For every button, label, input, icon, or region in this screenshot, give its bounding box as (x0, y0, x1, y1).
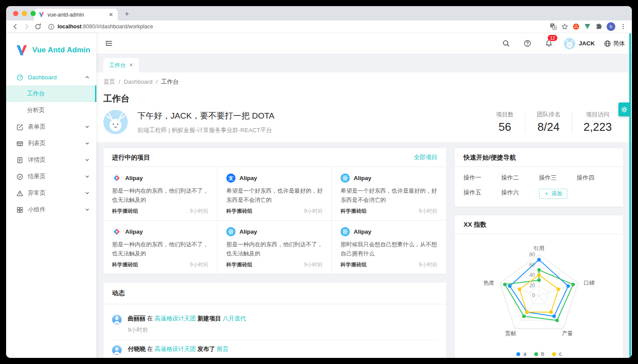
project-description: 那时候我只会想自己想要什么，从不想自己拥有什么 (341, 240, 437, 258)
project-card-cell[interactable]: Alipay 那是一种内在的东西，他们到达不了，也无法触及的 科学搬砖组 9小时… (103, 221, 218, 274)
project-card-cell[interactable]: Alipay 那时候我只会想自己想要什么，从不想自己拥有什么 科学搬砖组 9小时… (332, 221, 446, 274)
page-tab-close-icon[interactable]: ✕ (129, 62, 133, 68)
project-name[interactable]: Alipay (125, 175, 143, 181)
project-card-cell[interactable]: Alipay 那是一种内在的东西，他们到达不了，也无法触及的 科学搬砖组 9小时… (218, 221, 332, 274)
translate-icon[interactable]: 文A (550, 23, 557, 30)
vue-favicon-icon (38, 12, 44, 17)
feed-segment-link[interactable]: 留言 (217, 346, 229, 352)
feed-segment: 在 (146, 315, 155, 322)
quick-nav-link[interactable]: 操作二 (502, 174, 539, 182)
project-group-link[interactable]: 科学搬砖组 (341, 208, 419, 215)
puzzle-extension-icon[interactable] (595, 23, 602, 30)
back-icon[interactable] (10, 21, 21, 32)
svg-text:40: 40 (529, 272, 536, 278)
maximize-window-button[interactable] (31, 11, 36, 16)
project-card-cell[interactable]: 支 Alipay 希望是一个好东西，也许是最好的，好东西是不会消亡的 科学搬砖组… (218, 167, 332, 221)
quick-nav-link[interactable]: 操作三 (539, 174, 577, 182)
sidebar-collapse-icon[interactable] (102, 37, 115, 50)
close-window-button[interactable] (13, 11, 18, 16)
minimize-window-button[interactable] (22, 11, 27, 16)
project-name[interactable]: Alipay (354, 228, 372, 235)
sidebar-item-小组件[interactable]: 小组件 (6, 201, 96, 218)
page-scrollbar[interactable] (629, 33, 631, 358)
sidebar-item-分析页[interactable]: 分析页 (6, 102, 96, 119)
project-name[interactable]: Alipay (354, 175, 372, 181)
feed-segment-link[interactable]: 八月迭代 (223, 315, 246, 322)
quick-nav-link[interactable]: 操作一 (464, 174, 502, 182)
breadcrumb-item[interactable]: 首页 (103, 78, 115, 85)
chevron-down-icon (85, 141, 89, 146)
help-icon[interactable] (521, 37, 533, 50)
quick-nav-link[interactable]: 操作六 (502, 189, 539, 199)
projects-grid: Alipay 那是一种内在的东西，他们到达不了，也无法触及的 科学搬砖组 9小时… (103, 167, 446, 274)
sidebar-item-结果页[interactable]: 结果页 (6, 168, 96, 185)
legend-dot (552, 352, 556, 356)
sidebar-item-详情页[interactable]: 详情页 (6, 152, 96, 168)
profile-icon (17, 157, 24, 163)
user-menu[interactable]: JACK (564, 38, 595, 49)
legend-label: c (559, 351, 562, 357)
project-card-cell[interactable]: Alipay 那是一种内在的东西，他们到达不了，也无法触及的 科学搬砖组 9小时… (103, 167, 218, 221)
svg-text:引用: 引用 (534, 245, 545, 252)
notification-bell-icon[interactable]: 12 (542, 37, 555, 50)
project-card-cell[interactable]: Alipay 希望是一个好东西，也许是最好的，好东西是不会消亡的 科学搬砖组 9… (332, 167, 446, 221)
svg-text:贡献: 贡献 (505, 330, 516, 337)
legend-dot (516, 352, 520, 356)
project-group-link[interactable]: 科学搬砖组 (112, 208, 190, 215)
project-name[interactable]: Alipay (239, 228, 257, 235)
vue-devtools-icon[interactable] (584, 24, 591, 30)
sidebar-item-列表页[interactable]: 列表页 (6, 135, 96, 152)
project-group-link[interactable]: 科学搬砖组 (226, 261, 304, 269)
browser-tab[interactable]: vue-antd-admin ✕ (34, 9, 118, 20)
page-tabs-bar: 工作台 ✕ (103, 54, 623, 72)
project-group-link[interactable]: 科学搬砖组 (341, 261, 419, 269)
project-group-link[interactable]: 科学搬砖组 (226, 208, 304, 215)
sidebar-item-label: 异常页 (28, 189, 85, 197)
legend-item-b[interactable]: b (534, 351, 544, 357)
extension-orange-icon[interactable] (573, 23, 580, 30)
quick-nav-link[interactable]: 操作五 (464, 189, 502, 199)
reload-icon[interactable] (32, 21, 44, 32)
page-tab-workplace[interactable]: 工作台 ✕ (103, 58, 139, 72)
legend-item-c[interactable]: c (552, 351, 562, 357)
quick-nav-link[interactable]: 操作四 (577, 174, 615, 182)
language-selector[interactable]: 简体 (604, 40, 625, 48)
legend-item-a[interactable]: a (516, 351, 526, 357)
sidebar-item-异常页[interactable]: 异常页 (6, 185, 96, 201)
search-icon[interactable] (500, 37, 512, 50)
theme-settings-button[interactable] (618, 102, 630, 116)
project-group-link[interactable]: 科学搬砖组 (112, 261, 190, 269)
svg-text:热度: 热度 (484, 280, 495, 286)
forward-icon[interactable] (21, 21, 32, 32)
antd-logo (112, 227, 121, 236)
all-projects-link[interactable]: 全部项目 (414, 153, 437, 161)
feed-segment-link[interactable]: 高逼格设计天团 (155, 315, 196, 322)
table-icon (17, 140, 24, 147)
project-name[interactable]: Alipay (239, 175, 257, 181)
bookmark-star-icon[interactable] (561, 23, 568, 30)
stat-label: 项目访问 (583, 111, 612, 119)
page-info-icon[interactable] (48, 24, 55, 30)
sidebar-item-label: 详情页 (28, 156, 85, 164)
stat-block: 团队排名 8/24 (525, 111, 572, 134)
page-header: 首页/Dashboard/工作台 工作台 下午好，JACK，要不要打一把 DOT… (96, 72, 632, 142)
sidebar-item-label: 分析页 (27, 106, 89, 114)
sidebar-item-工作台[interactable]: 工作台 (6, 85, 96, 102)
project-name[interactable]: Alipay (125, 228, 143, 235)
tab-close-icon[interactable]: ✕ (109, 12, 113, 17)
sidebar-item-表单页[interactable]: 表单页 (6, 119, 96, 135)
app-logo[interactable]: Vue Antd Admin (6, 33, 96, 56)
browser-profile-avatar[interactable]: h (607, 22, 615, 31)
feed-segment: 新建项目 (196, 315, 223, 322)
feed-segment-link[interactable]: 高逼格设计天团 (155, 346, 196, 352)
radar-chart: 020406080引用口碑产量贡献热度 (455, 239, 622, 348)
sidebar-item-Dashboard[interactable]: Dashboard (6, 69, 96, 85)
kebab-menu-icon[interactable] (620, 23, 627, 30)
add-quick-nav-button[interactable]: ＋添加 (539, 189, 567, 199)
address-bar[interactable]: localhost:8080/#/dashboard/workplace (44, 24, 548, 30)
user-avatar (564, 38, 575, 49)
breadcrumb-item[interactable]: Dashboard (124, 78, 153, 85)
breadcrumb: 首页/Dashboard/工作台 (103, 78, 623, 86)
chevron-down-icon (85, 174, 89, 179)
new-tab-button[interactable]: + (121, 8, 133, 20)
